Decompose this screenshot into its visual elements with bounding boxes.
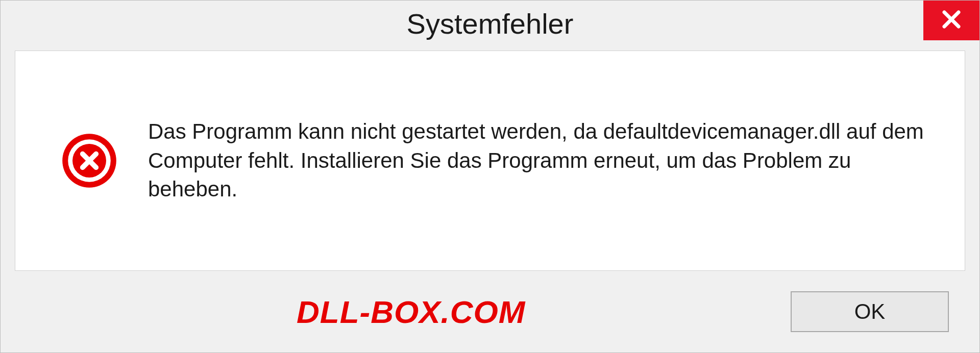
ok-button[interactable]: OK <box>791 291 949 332</box>
dialog-footer: DLL-BOX.COM OK <box>1 271 979 352</box>
close-button[interactable] <box>923 1 979 40</box>
dialog-title: Systemfehler <box>407 7 574 40</box>
content-panel: Das Programm kann nicht gestartet werden… <box>15 51 965 271</box>
error-dialog: Systemfehler Das Programm kann nicht ges… <box>0 0 980 353</box>
titlebar: Systemfehler <box>1 1 979 46</box>
error-message: Das Programm kann nicht gestartet werden… <box>148 117 934 204</box>
error-icon <box>61 133 117 189</box>
watermark-text: DLL-BOX.COM <box>31 294 525 330</box>
close-icon <box>941 9 962 32</box>
